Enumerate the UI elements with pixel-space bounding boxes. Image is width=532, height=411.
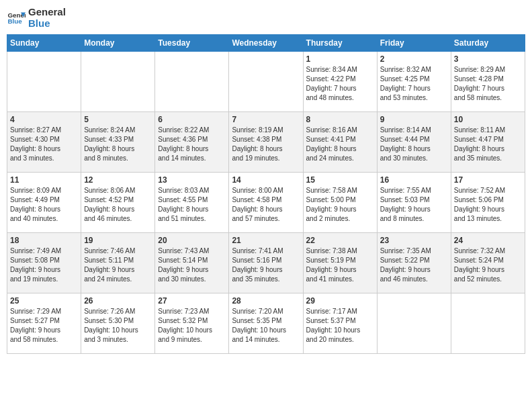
week-row-3: 18Sunrise: 7:49 AM Sunset: 5:08 PM Dayli…	[7, 233, 525, 293]
day-number: 27	[158, 296, 226, 306]
calendar-cell: 10Sunrise: 8:11 AM Sunset: 4:47 PM Dayli…	[451, 112, 525, 173]
calendar-cell: 3Sunrise: 8:29 AM Sunset: 4:28 PM Daylig…	[451, 52, 525, 112]
day-info: Sunrise: 8:00 AM Sunset: 4:58 PM Dayligh…	[232, 186, 300, 224]
calendar-cell: 15Sunrise: 7:58 AM Sunset: 5:00 PM Dayli…	[303, 173, 377, 233]
header: General Blue General Blue	[7, 7, 525, 29]
header-day-wednesday: Wednesday	[229, 35, 303, 52]
calendar-cell: 23Sunrise: 7:35 AM Sunset: 5:22 PM Dayli…	[377, 233, 451, 293]
calendar-cell: 6Sunrise: 8:22 AM Sunset: 4:36 PM Daylig…	[155, 112, 229, 173]
day-number: 4	[10, 115, 78, 124]
day-info: Sunrise: 8:24 AM Sunset: 4:33 PM Dayligh…	[84, 126, 152, 163]
day-number: 20	[158, 236, 226, 245]
calendar-cell	[81, 52, 155, 112]
day-info: Sunrise: 7:49 AM Sunset: 5:08 PM Dayligh…	[10, 246, 78, 284]
day-info: Sunrise: 8:14 AM Sunset: 4:44 PM Dayligh…	[380, 126, 448, 163]
calendar-cell: 22Sunrise: 7:38 AM Sunset: 5:19 PM Dayli…	[303, 233, 377, 293]
day-info: Sunrise: 8:03 AM Sunset: 4:55 PM Dayligh…	[158, 186, 226, 224]
header-row: SundayMondayTuesdayWednesdayThursdayFrid…	[7, 35, 525, 52]
header-day-thursday: Thursday	[303, 35, 377, 52]
day-info: Sunrise: 8:27 AM Sunset: 4:30 PM Dayligh…	[10, 126, 78, 163]
header-day-saturday: Saturday	[451, 35, 525, 52]
calendar-cell	[451, 293, 525, 354]
day-number: 29	[306, 296, 374, 306]
day-number: 5	[84, 115, 152, 124]
header-day-tuesday: Tuesday	[155, 35, 229, 52]
day-number: 1	[306, 54, 374, 64]
calendar-cell: 9Sunrise: 8:14 AM Sunset: 4:44 PM Daylig…	[377, 112, 451, 173]
calendar-cell: 12Sunrise: 8:06 AM Sunset: 4:52 PM Dayli…	[81, 173, 155, 233]
calendar-cell	[7, 52, 81, 112]
calendar-cell: 8Sunrise: 8:16 AM Sunset: 4:41 PM Daylig…	[303, 112, 377, 173]
calendar-cell: 27Sunrise: 7:23 AM Sunset: 5:32 PM Dayli…	[155, 293, 229, 354]
day-info: Sunrise: 8:16 AM Sunset: 4:41 PM Dayligh…	[306, 126, 374, 163]
calendar-cell: 29Sunrise: 7:17 AM Sunset: 5:37 PM Dayli…	[303, 293, 377, 354]
day-number: 28	[232, 296, 300, 306]
day-info: Sunrise: 8:11 AM Sunset: 4:47 PM Dayligh…	[454, 126, 522, 163]
day-number: 26	[84, 296, 152, 306]
day-number: 14	[232, 175, 300, 185]
day-number: 9	[380, 115, 448, 124]
header-day-friday: Friday	[377, 35, 451, 52]
day-info: Sunrise: 7:41 AM Sunset: 5:16 PM Dayligh…	[232, 246, 300, 284]
day-info: Sunrise: 7:17 AM Sunset: 5:37 PM Dayligh…	[306, 307, 374, 345]
day-number: 11	[10, 175, 78, 185]
day-number: 22	[306, 236, 374, 245]
calendar-cell	[377, 293, 451, 354]
calendar-cell: 14Sunrise: 8:00 AM Sunset: 4:58 PM Dayli…	[229, 173, 303, 233]
calendar-cell: 25Sunrise: 7:29 AM Sunset: 5:27 PM Dayli…	[7, 293, 81, 354]
svg-text:Blue: Blue	[7, 17, 22, 25]
day-info: Sunrise: 8:09 AM Sunset: 4:49 PM Dayligh…	[10, 186, 78, 224]
calendar-cell: 11Sunrise: 8:09 AM Sunset: 4:49 PM Dayli…	[7, 173, 81, 233]
week-row-0: 1Sunrise: 8:34 AM Sunset: 4:22 PM Daylig…	[7, 52, 525, 112]
calendar-cell: 20Sunrise: 7:43 AM Sunset: 5:14 PM Dayli…	[155, 233, 229, 293]
day-number: 10	[454, 115, 522, 124]
calendar-cell: 21Sunrise: 7:41 AM Sunset: 5:16 PM Dayli…	[229, 233, 303, 293]
calendar-cell: 7Sunrise: 8:19 AM Sunset: 4:38 PM Daylig…	[229, 112, 303, 173]
calendar-table: SundayMondayTuesdayWednesdayThursdayFrid…	[7, 34, 525, 354]
calendar-cell: 5Sunrise: 8:24 AM Sunset: 4:33 PM Daylig…	[81, 112, 155, 173]
day-info: Sunrise: 7:43 AM Sunset: 5:14 PM Dayligh…	[158, 246, 226, 284]
calendar-cell: 4Sunrise: 8:27 AM Sunset: 4:30 PM Daylig…	[7, 112, 81, 173]
calendar-body: 1Sunrise: 8:34 AM Sunset: 4:22 PM Daylig…	[7, 52, 525, 354]
calendar-cell: 28Sunrise: 7:20 AM Sunset: 5:35 PM Dayli…	[229, 293, 303, 354]
calendar-cell: 24Sunrise: 7:32 AM Sunset: 5:24 PM Dayli…	[451, 233, 525, 293]
day-info: Sunrise: 7:35 AM Sunset: 5:22 PM Dayligh…	[380, 246, 448, 284]
day-info: Sunrise: 8:19 AM Sunset: 4:38 PM Dayligh…	[232, 126, 300, 163]
logo: General Blue General Blue	[7, 7, 66, 29]
day-number: 7	[232, 115, 300, 124]
day-number: 8	[306, 115, 374, 124]
day-number: 23	[380, 236, 448, 245]
day-info: Sunrise: 8:06 AM Sunset: 4:52 PM Dayligh…	[84, 186, 152, 224]
calendar-cell	[229, 52, 303, 112]
day-number: 6	[158, 115, 226, 124]
day-info: Sunrise: 7:20 AM Sunset: 5:35 PM Dayligh…	[232, 307, 300, 345]
calendar-cell: 13Sunrise: 8:03 AM Sunset: 4:55 PM Dayli…	[155, 173, 229, 233]
calendar-cell: 16Sunrise: 7:55 AM Sunset: 5:03 PM Dayli…	[377, 173, 451, 233]
day-info: Sunrise: 8:32 AM Sunset: 4:25 PM Dayligh…	[380, 65, 448, 103]
week-row-4: 25Sunrise: 7:29 AM Sunset: 5:27 PM Dayli…	[7, 293, 525, 354]
day-info: Sunrise: 7:32 AM Sunset: 5:24 PM Dayligh…	[454, 246, 522, 284]
day-info: Sunrise: 8:34 AM Sunset: 4:22 PM Dayligh…	[306, 65, 374, 103]
day-number: 17	[454, 175, 522, 185]
calendar-cell: 1Sunrise: 8:34 AM Sunset: 4:22 PM Daylig…	[303, 52, 377, 112]
calendar-cell: 18Sunrise: 7:49 AM Sunset: 5:08 PM Dayli…	[7, 233, 81, 293]
day-number: 19	[84, 236, 152, 245]
calendar-cell: 2Sunrise: 8:32 AM Sunset: 4:25 PM Daylig…	[377, 52, 451, 112]
logo-icon: General Blue	[7, 9, 26, 28]
day-info: Sunrise: 7:52 AM Sunset: 5:06 PM Dayligh…	[454, 186, 522, 224]
day-number: 2	[380, 54, 448, 64]
day-info: Sunrise: 7:55 AM Sunset: 5:03 PM Dayligh…	[380, 186, 448, 224]
day-number: 24	[454, 236, 522, 245]
day-number: 3	[454, 54, 522, 64]
day-info: Sunrise: 7:46 AM Sunset: 5:11 PM Dayligh…	[84, 246, 152, 284]
calendar-cell: 19Sunrise: 7:46 AM Sunset: 5:11 PM Dayli…	[81, 233, 155, 293]
day-number: 25	[10, 296, 78, 306]
week-row-1: 4Sunrise: 8:27 AM Sunset: 4:30 PM Daylig…	[7, 112, 525, 173]
day-info: Sunrise: 7:29 AM Sunset: 5:27 PM Dayligh…	[10, 307, 78, 345]
calendar-cell: 26Sunrise: 7:26 AM Sunset: 5:30 PM Dayli…	[81, 293, 155, 354]
header-day-monday: Monday	[81, 35, 155, 52]
calendar-header: SundayMondayTuesdayWednesdayThursdayFrid…	[7, 35, 525, 52]
day-info: Sunrise: 8:29 AM Sunset: 4:28 PM Dayligh…	[454, 65, 522, 103]
day-number: 21	[232, 236, 300, 245]
day-number: 15	[306, 175, 374, 185]
